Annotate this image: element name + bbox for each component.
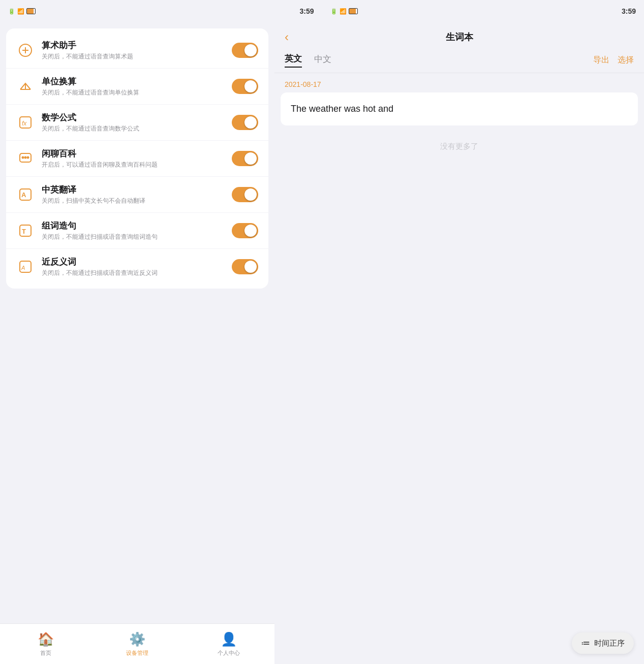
chat-text: 闲聊百科 开启后，可以通过语音闲聊及查询百科问题 [42, 148, 225, 169]
status-icons-left: 🔋 📶 [8, 8, 36, 15]
antonym-icon: A [16, 258, 35, 276]
tab-english[interactable]: 英文 [285, 53, 302, 68]
compose-text: 组词造句 关闭后，不能通过扫描或语音查询组词造句 [42, 220, 225, 241]
nav-item-profile[interactable]: 👤 个人中心 [183, 631, 274, 657]
right-header: ‹ 生词本 [274, 22, 644, 48]
svg-text:T: T [22, 228, 26, 235]
translate-toggle[interactable] [232, 187, 258, 202]
battery-icon-left: 🔋 [8, 8, 15, 15]
arithmetic-desc: 关闭后，不能通过语音查询算术题 [42, 52, 225, 61]
unit-toggle[interactable] [232, 79, 258, 94]
home-icon: 🏠 [38, 631, 54, 647]
sort-button[interactable]: ≔ 时间正序 [572, 633, 634, 654]
settings-card: 算术助手 关闭后，不能通过语音查询算术题 单位换算 关闭后，不能通过语音查询单位… [6, 28, 268, 289]
word-text: The weather was hot and [291, 104, 628, 114]
status-icons-right: 🔋 📶 [330, 8, 358, 15]
wifi-icon-right: 📶 [340, 8, 347, 15]
right-content: 2021-08-17 The weather was hot and 没有更多了… [274, 73, 644, 664]
math-desc: 关闭后，不能通过语音查询数学公式 [42, 124, 225, 133]
unit-desc: 关闭后，不能通过语音查询单位换算 [42, 88, 225, 97]
unit-icon [16, 77, 35, 96]
antonym-desc: 关闭后，不能通过扫描或语音查询近反义词 [42, 269, 225, 277]
settings-item-math: fx 数学公式 关闭后，不能通过语音查询数学公式 [6, 105, 268, 141]
home-label: 首页 [40, 649, 51, 657]
arithmetic-title: 算术助手 [42, 40, 225, 51]
svg-point-9 [25, 157, 26, 159]
tab-actions: 导出 选择 [593, 55, 634, 66]
status-bars: 🔋 📶 3:59 🔋 📶 3:59 [0, 0, 644, 22]
settings-item-chat: 闲聊百科 开启后，可以通过语音闲聊及查询百科问题 [6, 141, 268, 177]
right-panel: ‹ 生词本 英文 中文 导出 选择 2021-08-17 The weather… [274, 22, 644, 664]
battery-icon-right: 🔋 [330, 8, 338, 15]
translate-text: 中英翻译 关闭后，扫描中英文长句不会自动翻译 [42, 184, 225, 205]
wifi-icon-left: 📶 [17, 8, 24, 15]
svg-text:A: A [21, 265, 25, 271]
svg-point-10 [27, 157, 29, 159]
sort-icon: ≔ [581, 638, 590, 649]
settings-item-compose: T 组词造句 关闭后，不能通过扫描或语音查询组词造句 [6, 213, 268, 249]
svg-text:A: A [21, 191, 26, 199]
sort-label: 时间正序 [594, 639, 625, 648]
translate-icon: A [16, 185, 35, 204]
profile-icon: 👤 [221, 631, 237, 647]
status-bar-right: 🔋 📶 3:59 [322, 0, 645, 22]
device-icon: ⚙️ [129, 631, 145, 647]
math-title: 数学公式 [42, 112, 225, 123]
left-panel: 算术助手 关闭后，不能通过语音查询算术题 单位换算 关闭后，不能通过语音查询单位… [0, 22, 274, 664]
export-button[interactable]: 导出 [593, 55, 609, 66]
select-button[interactable]: 选择 [618, 55, 634, 66]
page-title: 生词本 [446, 31, 473, 43]
antonym-title: 近反义词 [42, 256, 225, 268]
math-toggle[interactable] [232, 115, 258, 130]
unit-title: 单位换算 [42, 76, 225, 87]
time-right: 3:59 [622, 7, 636, 15]
batt-icon-right [349, 8, 358, 14]
translate-desc: 关闭后，扫描中英文长句不会自动翻译 [42, 197, 225, 205]
translate-title: 中英翻译 [42, 184, 225, 196]
status-bar-left: 🔋 📶 3:59 [0, 0, 322, 22]
compose-toggle[interactable] [232, 223, 258, 238]
tabs-row: 英文 中文 导出 选择 [274, 48, 644, 73]
chat-toggle[interactable] [232, 151, 258, 166]
settings-item-translate: A 中英翻译 关闭后，扫描中英文长句不会自动翻译 [6, 177, 268, 213]
main-wrapper: 算术助手 关闭后，不能通过语音查询算术题 单位换算 关闭后，不能通过语音查询单位… [0, 22, 644, 664]
math-text: 数学公式 关闭后，不能通过语音查询数学公式 [42, 112, 225, 133]
date-header: 2021-08-17 [281, 73, 638, 92]
nav-item-home[interactable]: 🏠 首页 [0, 631, 91, 657]
no-more-text: 没有更多了 [281, 130, 638, 164]
tab-chinese[interactable]: 中文 [314, 53, 331, 67]
unit-text: 单位换算 关闭后，不能通过语音查询单位换算 [42, 76, 225, 97]
compose-desc: 关闭后，不能通过扫描或语音查询组词造句 [42, 233, 225, 241]
arithmetic-text: 算术助手 关闭后，不能通过语音查询算术题 [42, 40, 225, 61]
profile-label: 个人中心 [218, 649, 240, 657]
antonym-toggle[interactable] [232, 259, 258, 274]
svg-text:fx: fx [22, 120, 27, 127]
compose-icon: T [16, 222, 35, 240]
word-card[interactable]: The weather was hot and [281, 92, 638, 125]
back-button[interactable]: ‹ [285, 30, 289, 44]
compose-title: 组词造句 [42, 220, 225, 232]
antonym-text: 近反义词 关闭后，不能通过扫描或语音查询近反义词 [42, 256, 225, 277]
arithmetic-icon [16, 41, 35, 59]
nav-item-device[interactable]: ⚙️ 设备管理 [91, 631, 183, 657]
bottom-nav: 🏠 首页 ⚙️ 设备管理 👤 个人中心 [0, 623, 274, 664]
batt-icon-left [26, 8, 36, 14]
math-icon: fx [16, 113, 35, 132]
device-label: 设备管理 [126, 649, 148, 657]
chat-icon [16, 149, 35, 168]
settings-item-unit: 单位换算 关闭后，不能通过语音查询单位换算 [6, 69, 268, 105]
time-left: 3:59 [299, 7, 314, 15]
settings-item-arithmetic: 算术助手 关闭后，不能通过语音查询算术题 [6, 33, 268, 69]
arithmetic-toggle[interactable] [232, 43, 258, 58]
chat-desc: 开启后，可以通过语音闲聊及查询百科问题 [42, 161, 225, 169]
settings-item-antonym: A 近反义词 关闭后，不能通过扫描或语音查询近反义词 [6, 249, 268, 284]
chat-title: 闲聊百科 [42, 148, 225, 160]
svg-point-8 [22, 157, 24, 159]
